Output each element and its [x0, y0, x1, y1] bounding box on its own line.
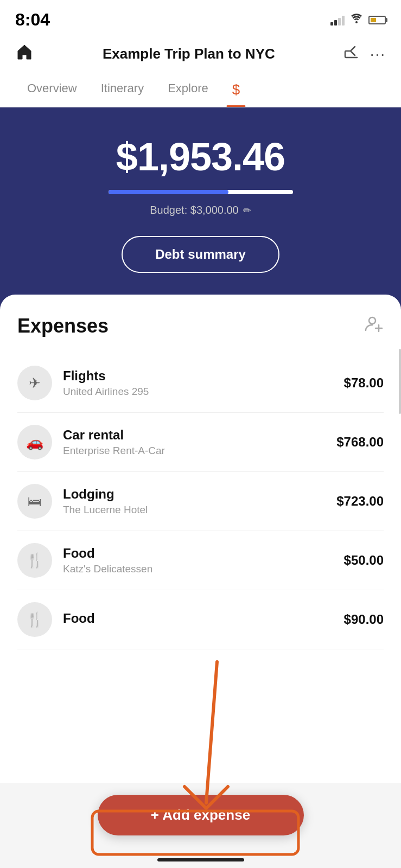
expense-name-car-rental: Car rental — [63, 427, 336, 443]
tab-explore[interactable]: Explore — [156, 73, 220, 107]
expense-amount-food-1: $50.00 — [344, 553, 384, 568]
expense-name-flights: Flights — [63, 368, 344, 384]
home-indicator — [157, 858, 244, 861]
nav-right-actions: ··· — [344, 44, 386, 63]
wifi-icon — [350, 14, 363, 26]
flights-icon: ✈ — [29, 375, 41, 392]
expense-amount-food-2: $90.00 — [344, 612, 384, 627]
car-rental-icon-wrap: 🚗 — [17, 425, 52, 459]
expense-amount-flights: $78.00 — [344, 375, 384, 391]
food-icon-wrap-2: 🍴 — [17, 602, 52, 637]
battery-icon — [368, 16, 386, 24]
edit-budget-icon[interactable]: ✏ — [243, 205, 251, 216]
expense-sub-flights: United Airlines 295 — [63, 386, 344, 398]
page-title: Example Trip Plan to NYC — [103, 46, 275, 62]
expense-sub-food-1: Katz's Delicatessen — [63, 563, 344, 575]
expenses-title: Expenses — [17, 315, 109, 337]
food-icon-1: 🍴 — [26, 552, 43, 569]
expense-sub-car-rental: Enterprise Rent-A-Car — [63, 445, 336, 457]
lodging-icon: 🛏 — [28, 493, 42, 510]
signal-icon — [330, 15, 345, 25]
budget-progress-fill — [109, 190, 228, 194]
expense-name-lodging: Lodging — [63, 487, 336, 502]
car-rental-icon: 🚗 — [26, 434, 43, 451]
expenses-panel: Expenses ✈ Flights United Airlines 295 $… — [0, 295, 401, 783]
add-expense-button[interactable]: + Add expense — [98, 795, 304, 835]
svg-point-0 — [369, 317, 375, 324]
expense-row-food-2[interactable]: 🍴 Food $90.00 — [17, 590, 384, 649]
budget-hero: $1,953.46 Budget: $3,000.00 ✏ Debt summa… — [0, 107, 401, 311]
lodging-icon-wrap: 🛏 — [17, 484, 52, 519]
status-time: 8:04 — [15, 10, 50, 30]
budget-label: Budget: $3,000.00 ✏ — [22, 204, 379, 216]
tab-bar: Overview Itinerary Explore $ — [0, 73, 401, 107]
food-icon-2: 🍴 — [26, 611, 43, 628]
budget-progress-bar — [109, 190, 293, 194]
total-amount: $1,953.46 — [22, 135, 379, 179]
expense-info-food-1: Food Katz's Delicatessen — [63, 546, 344, 575]
add-person-icon[interactable] — [364, 314, 384, 337]
expense-name-food-1: Food — [63, 546, 344, 561]
expense-info-car-rental: Car rental Enterprise Rent-A-Car — [63, 427, 336, 457]
tab-overview[interactable]: Overview — [15, 73, 89, 107]
expense-row-food-1[interactable]: 🍴 Food Katz's Delicatessen $50.00 — [17, 531, 384, 590]
more-icon[interactable]: ··· — [370, 46, 386, 63]
debt-summary-button[interactable]: Debt summary — [122, 236, 279, 273]
expense-row-flights[interactable]: ✈ Flights United Airlines 295 $78.00 — [17, 354, 384, 413]
share-icon[interactable] — [344, 44, 359, 63]
tab-itinerary[interactable]: Itinerary — [89, 73, 156, 107]
scrollbar — [399, 349, 401, 414]
expense-info-lodging: Lodging The Lucerne Hotel — [63, 487, 336, 516]
flights-icon-wrap: ✈ — [17, 366, 52, 400]
expenses-header: Expenses — [17, 314, 384, 337]
expense-amount-lodging: $723.00 — [336, 494, 384, 509]
tab-budget[interactable]: $ — [220, 73, 252, 107]
food-icon-wrap-1: 🍴 — [17, 543, 52, 578]
expense-info-flights: Flights United Airlines 295 — [63, 368, 344, 398]
home-icon[interactable] — [15, 43, 34, 65]
expense-name-food-2: Food — [63, 611, 344, 626]
expense-row-lodging[interactable]: 🛏 Lodging The Lucerne Hotel $723.00 — [17, 472, 384, 531]
status-icons — [330, 14, 386, 26]
expense-row-car-rental[interactable]: 🚗 Car rental Enterprise Rent-A-Car $768.… — [17, 413, 384, 472]
expense-amount-car-rental: $768.00 — [336, 435, 384, 450]
expense-info-food-2: Food — [63, 611, 344, 628]
status-bar: 8:04 — [0, 0, 401, 35]
expense-sub-lodging: The Lucerne Hotel — [63, 504, 336, 516]
top-nav: Example Trip Plan to NYC ··· — [0, 35, 401, 73]
